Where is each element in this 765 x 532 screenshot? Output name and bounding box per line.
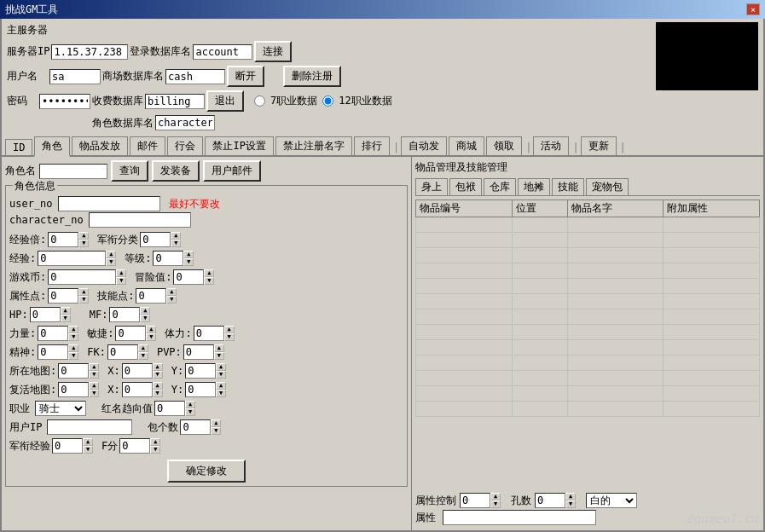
x-down[interactable]: ▼ (153, 371, 163, 379)
hp-input[interactable] (30, 307, 61, 322)
pvp-down[interactable]: ▼ (214, 352, 224, 360)
military-exp-input[interactable] (52, 438, 83, 454)
fk-input[interactable] (107, 344, 138, 360)
confirm-modify-button[interactable]: 确定修改 (167, 460, 246, 483)
exp-bonus-down[interactable]: ▼ (78, 240, 89, 247)
billing-db-input[interactable] (145, 94, 205, 109)
exp-bonus-up[interactable]: ▲ (78, 232, 89, 240)
mp-down[interactable]: ▼ (140, 315, 150, 322)
right-tab-body[interactable]: 身上 (415, 178, 448, 195)
attr-control-down[interactable]: ▼ (490, 500, 501, 508)
attr-input[interactable] (48, 288, 78, 304)
res-x-down[interactable]: ▼ (153, 390, 163, 397)
y-input[interactable] (185, 363, 216, 379)
tab-guild[interactable]: 行会 (167, 136, 203, 155)
right-tab-bag[interactable]: 包袱 (449, 178, 482, 195)
attr-control-input[interactable] (460, 493, 490, 508)
adventure-down[interactable]: ▼ (204, 277, 214, 285)
tab-rank[interactable]: 排行 (354, 136, 390, 155)
right-tab-skill[interactable]: 技能 (552, 178, 584, 195)
bag-count-up[interactable]: ▲ (211, 419, 221, 427)
spirit-up[interactable]: ▲ (68, 344, 78, 352)
res-x-input[interactable] (122, 382, 153, 397)
color-select[interactable]: 白的 绿的 蓝的 黄的 (586, 493, 637, 508)
skill-up[interactable]: ▲ (166, 288, 177, 296)
user-no-input[interactable] (58, 196, 160, 211)
char-no-input[interactable] (89, 212, 191, 228)
f-down[interactable]: ▼ (150, 446, 160, 454)
tab-mail[interactable]: 邮件 (130, 136, 165, 155)
char-name-input[interactable] (39, 164, 107, 179)
x-up[interactable]: ▲ (153, 363, 163, 371)
skill-input[interactable] (136, 288, 166, 304)
res-map-down[interactable]: ▼ (89, 390, 99, 397)
right-tab-stall[interactable]: 地摊 (518, 178, 550, 195)
attr-down[interactable]: ▼ (78, 296, 89, 304)
exp-up[interactable]: ▲ (106, 251, 116, 258)
pvp-input[interactable] (183, 344, 214, 360)
char-db-input[interactable] (155, 115, 215, 130)
military-input[interactable] (140, 232, 171, 247)
password-input[interactable] (39, 94, 90, 109)
connect-button[interactable]: 连接 (254, 41, 292, 62)
user-ip-input[interactable] (47, 419, 132, 435)
military-down[interactable]: ▼ (171, 240, 181, 247)
equip-button[interactable]: 发装备 (152, 160, 200, 182)
level-up[interactable]: ▲ (183, 251, 194, 258)
holes-input[interactable] (535, 493, 565, 508)
strength-up[interactable]: ▲ (68, 326, 78, 333)
username-input[interactable] (49, 69, 101, 84)
y-down[interactable]: ▼ (216, 371, 226, 379)
radio-12job[interactable] (322, 95, 333, 107)
x-input[interactable] (122, 363, 153, 379)
res-map-up[interactable]: ▲ (89, 382, 99, 390)
stamina-up[interactable]: ▲ (224, 326, 235, 333)
military-exp-up[interactable]: ▲ (83, 438, 93, 446)
spirit-input[interactable] (38, 344, 68, 360)
bag-count-input[interactable] (180, 419, 211, 435)
level-input[interactable] (153, 251, 183, 266)
exp-bonus-input[interactable] (48, 232, 78, 247)
military-exp-down[interactable]: ▼ (83, 446, 93, 454)
tab-claim[interactable]: 领取 (486, 136, 522, 155)
right-tab-warehouse[interactable]: 仓库 (484, 178, 516, 195)
f-up[interactable]: ▲ (150, 438, 160, 446)
agility-input[interactable] (115, 326, 146, 341)
hp-up[interactable]: ▲ (61, 307, 71, 315)
red-name-down[interactable]: ▼ (185, 408, 195, 416)
map-up[interactable]: ▲ (89, 363, 99, 371)
login-db-input[interactable] (193, 44, 252, 60)
adventure-input[interactable] (173, 269, 204, 285)
red-name-input[interactable] (154, 401, 185, 416)
attr-control-up[interactable]: ▲ (490, 493, 501, 500)
mp-input[interactable] (109, 307, 140, 322)
gold-input[interactable] (48, 269, 116, 285)
email-button[interactable]: 用户邮件 (203, 160, 261, 182)
delete-reg-button[interactable]: 删除注册 (283, 66, 341, 87)
pvp-up[interactable]: ▲ (214, 344, 224, 352)
y-up[interactable]: ▲ (216, 363, 226, 371)
level-down[interactable]: ▼ (183, 258, 194, 266)
strength-input[interactable] (38, 326, 68, 341)
skill-down[interactable]: ▼ (166, 296, 177, 304)
shop-db-input[interactable] (165, 69, 225, 84)
military-up[interactable]: ▲ (171, 232, 181, 240)
fk-down[interactable]: ▼ (138, 352, 148, 360)
res-x-up[interactable]: ▲ (153, 382, 163, 390)
tab-activity[interactable]: 活动 (533, 136, 569, 155)
agility-down[interactable]: ▼ (146, 333, 156, 341)
exp-input[interactable] (38, 251, 106, 266)
mp-up[interactable]: ▲ (140, 307, 150, 315)
close-button[interactable]: × (746, 3, 760, 15)
stamina-down[interactable]: ▼ (224, 333, 235, 341)
res-y-up[interactable]: ▲ (216, 382, 226, 390)
res-y-down[interactable]: ▼ (216, 390, 226, 397)
holes-up[interactable]: ▲ (565, 493, 576, 500)
gold-up[interactable]: ▲ (116, 269, 126, 277)
tab-auto-give[interactable]: 自动发 (401, 136, 447, 155)
tab-shop[interactable]: 商城 (449, 136, 484, 155)
attr-value-input[interactable] (443, 510, 596, 525)
holes-down[interactable]: ▼ (565, 500, 576, 508)
gold-down[interactable]: ▼ (116, 277, 126, 285)
server-ip-input[interactable] (51, 44, 128, 60)
